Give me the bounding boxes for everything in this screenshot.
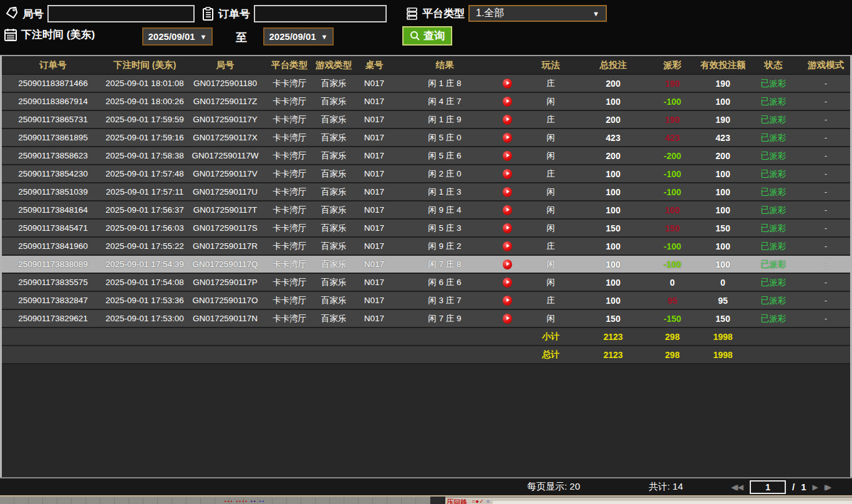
cell-order: 250901173835575	[2, 273, 104, 291]
cell-result: 闲 1 庄 3	[395, 183, 495, 201]
cell-play: 庄	[520, 291, 582, 309]
list-icon	[405, 7, 419, 21]
cell-round: GN0172590117O	[185, 291, 265, 309]
order-input[interactable]	[254, 5, 387, 22]
cell-play: 庄	[520, 110, 582, 128]
play-icon[interactable]	[503, 115, 512, 125]
prev-page-icon[interactable]: ◀	[738, 483, 743, 492]
cell-totalbet: 100	[582, 201, 644, 219]
cell-result: 闲 1 庄 8	[395, 74, 495, 92]
subtotal-label: 小计	[520, 327, 582, 346]
cell-order: 250901173838089	[2, 255, 104, 273]
cell-payout: -200	[644, 147, 700, 165]
page-input[interactable]	[750, 480, 786, 494]
cell-validbet: 150	[700, 309, 745, 327]
table-row[interactable]: 250901173848164 2025-09-01 17:56:37 GN01…	[2, 201, 850, 219]
play-icon[interactable]	[503, 205, 512, 215]
cell-time: 2025-09-01 17:56:37	[104, 201, 185, 219]
play-icon[interactable]	[503, 97, 512, 107]
magnifier-icon	[410, 31, 420, 41]
table-row[interactable]: 250901173858623 2025-09-01 17:58:38 GN01…	[2, 147, 850, 165]
cell-play: 闲	[520, 309, 582, 327]
cell-platform: 卡卡湾厅	[265, 74, 314, 92]
table-row[interactable]: 250901183867914 2025-09-01 18:00:26 GN01…	[2, 92, 850, 110]
search-button[interactable]: 查询	[402, 26, 452, 46]
grand-total-label: 总计	[520, 346, 582, 364]
play-icon[interactable]	[503, 296, 512, 306]
date-from-button[interactable]: 2025/09/01 ▼	[142, 27, 213, 46]
play-icon[interactable]	[503, 278, 512, 288]
cell-totalbet: 200	[582, 110, 644, 128]
play-icon[interactable]	[503, 151, 512, 161]
cell-status: 已派彩	[745, 92, 801, 110]
cell-validbet: 100	[700, 255, 745, 273]
platform-select[interactable]: 1.全部 ▼	[468, 5, 607, 22]
table-row[interactable]: 250901173835575 2025-09-01 17:54:08 GN01…	[2, 273, 850, 291]
cell-play: 庄	[520, 74, 582, 92]
cell-status: 已派彩	[745, 183, 801, 201]
cell-round: GN01725901180	[185, 74, 265, 92]
cell-play: 庄	[520, 165, 582, 183]
table-row[interactable]: 250901173845471 2025-09-01 17:56:03 GN01…	[2, 219, 850, 237]
col-header-play: 玩法	[520, 56, 582, 74]
cell-play: 庄	[520, 237, 582, 255]
first-page-icon[interactable]: ◀◀	[731, 483, 732, 492]
cell-payout: -100	[644, 183, 700, 201]
cell-round: GN0172590117Q	[185, 255, 265, 273]
next-page-icon[interactable]: ▶	[813, 483, 818, 492]
cell-game: 百家乐	[314, 273, 354, 291]
table-row[interactable]: 250901173851039 2025-09-01 17:57:11 GN01…	[2, 183, 850, 201]
table-row[interactable]: 250901173832847 2025-09-01 17:53:36 GN01…	[2, 291, 850, 309]
last-page-icon[interactable]: ▶▶	[825, 483, 825, 492]
play-icon[interactable]	[503, 79, 512, 89]
cell-status: 已派彩	[745, 147, 801, 165]
cell-order: 250901183871466	[2, 74, 104, 92]
date-to-button[interactable]: 2025/09/01 ▼	[263, 27, 334, 46]
cell-result: 闲 3 庄 7	[395, 291, 495, 309]
cell-mode: -	[801, 74, 850, 92]
cell-round: GN0172590117U	[185, 183, 265, 201]
play-icon[interactable]	[503, 169, 512, 179]
cell-payout: 190	[644, 74, 700, 92]
cell-game: 百家乐	[314, 92, 354, 110]
cell-payout: 100	[644, 201, 700, 219]
table-row[interactable]: 250901173865731 2025-09-01 17:59:59 GN01…	[2, 110, 850, 128]
play-icon[interactable]	[503, 223, 512, 233]
table-row[interactable]: 250901173829621 2025-09-01 17:53:00 GN01…	[2, 309, 850, 327]
play-icon[interactable]	[503, 259, 512, 269]
cell-round: GN0172590117R	[185, 237, 265, 255]
table-row[interactable]: 250901173861895 2025-09-01 17:59:16 GN01…	[2, 128, 850, 147]
cell-status: 已派彩	[745, 201, 801, 219]
cell-play: 闲	[520, 92, 582, 110]
order-filter: 订单号	[201, 5, 387, 22]
cell-mode: -	[801, 183, 850, 201]
cell-replay	[495, 165, 520, 183]
play-icon[interactable]	[503, 314, 512, 324]
cell-replay	[495, 183, 520, 201]
table-row[interactable]: 250901183871466 2025-09-01 18:01:08 GN01…	[2, 74, 850, 92]
play-icon[interactable]	[503, 187, 512, 197]
table-row[interactable]: 250901173854230 2025-09-01 17:57:48 GN01…	[2, 165, 850, 183]
round-input[interactable]	[47, 5, 195, 22]
cell-replay	[495, 110, 520, 128]
cell-replay	[495, 291, 520, 309]
cell-validbet: 190	[700, 74, 745, 92]
date-to-wrapper: 2025/09/01 ▼	[263, 27, 334, 46]
cell-platform: 卡卡湾厅	[265, 255, 314, 273]
roadmap-grid-fragment	[0, 498, 437, 504]
cell-play: 闲	[520, 273, 582, 291]
table-row[interactable]: 250901173841960 2025-09-01 17:55:22 GN01…	[2, 237, 850, 255]
cell-game: 百家乐	[314, 128, 354, 147]
cell-replay	[495, 273, 520, 291]
orders-table-container: 订单号 下注时间 (美东) 局号 平台类型 游戏类型 桌号 结果 玩法 总投注 …	[0, 55, 852, 477]
cell-order: 250901173829621	[2, 309, 104, 327]
table-row[interactable]: 250901173838089 2025-09-01 17:54:39 GN01…	[2, 255, 850, 273]
cell-payout: -100	[644, 237, 700, 255]
play-icon[interactable]	[503, 133, 512, 143]
cell-mode: -	[801, 201, 850, 219]
cell-status: 已派彩	[745, 309, 801, 327]
cell-totalbet: 200	[582, 74, 644, 92]
play-icon[interactable]	[503, 241, 512, 251]
cell-platform: 卡卡湾厅	[265, 201, 314, 219]
cell-payout: 150	[644, 219, 700, 237]
